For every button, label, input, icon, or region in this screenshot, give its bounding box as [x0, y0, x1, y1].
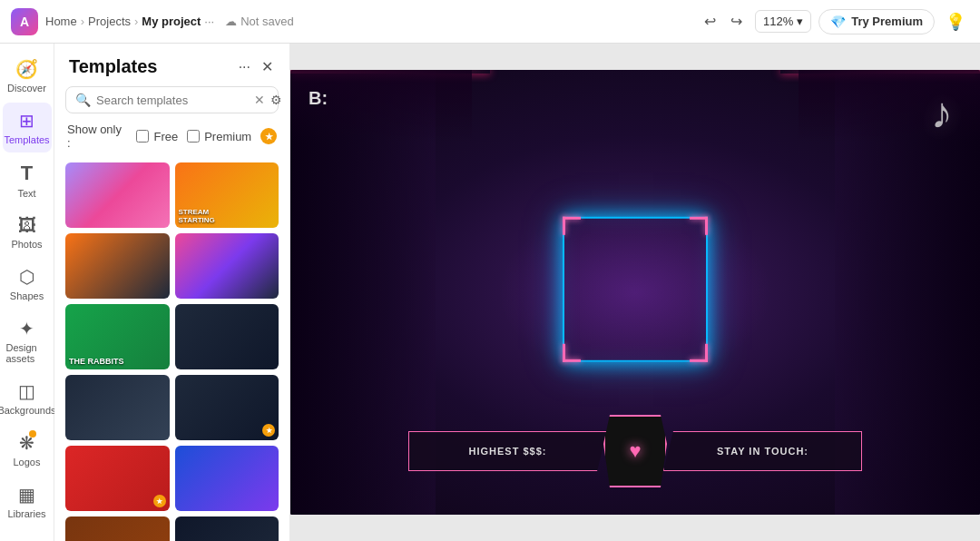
search-input[interactable]: Twitch Overlay — [96, 93, 249, 107]
sidebar-text-label: Text — [17, 188, 35, 199]
canvas-area: B: ♪ HIGHEST — [290, 44, 980, 541]
template-card[interactable]: CLAIRE BERGEN ★ — [65, 516, 170, 541]
show-only-label: Show only : — [67, 123, 127, 150]
try-premium-label: Try Premium — [851, 15, 923, 28]
sidebar-item-text[interactable]: T Text — [3, 154, 52, 206]
breadcrumb-current[interactable]: My project — [142, 15, 201, 28]
panel-close-button[interactable]: ✕ — [260, 56, 275, 77]
template-card[interactable]: ★ — [65, 446, 170, 511]
zoom-level-label: 112% — [763, 15, 793, 28]
filter-icon[interactable]: ⚙ — [270, 93, 282, 107]
sidebar-logos-label: Logos — [14, 457, 41, 467]
canvas-frame: B: ♪ HIGHEST — [290, 70, 980, 515]
template-card[interactable] — [175, 516, 279, 541]
heart-icon: ♥ — [629, 439, 641, 463]
template-card[interactable]: ★ — [175, 375, 279, 440]
sidebar-photos-label: Photos — [11, 239, 42, 250]
hud-right-text: STAY IN TOUCH: — [717, 446, 808, 457]
discover-icon: 🧭 — [15, 58, 38, 80]
search-icon: 🔍 — [75, 93, 91, 107]
template-card[interactable] — [175, 233, 279, 299]
cloud-icon: ☁ — [225, 15, 237, 28]
hud-center-panel: ♥ — [603, 415, 667, 487]
breadcrumb-projects[interactable]: Projects — [88, 15, 131, 28]
design-assets-icon: ✦ — [19, 318, 34, 339]
sidebar-backgrounds-label: Backgrounds — [0, 405, 56, 416]
undo-redo-group: ↩ ↪ — [699, 9, 748, 34]
corner-panel-top-right — [799, 70, 980, 143]
sidebar-item-shapes[interactable]: ⬡ Shapes — [3, 259, 52, 309]
main-area: 🧭 Discover ⊞ Templates T Text 🖼 Photos ⬡… — [0, 44, 980, 541]
hud-right-panel: STAY IN TOUCH: — [663, 431, 862, 471]
photos-icon: 🖼 — [18, 215, 36, 236]
sidebar-item-design-assets[interactable]: ✦ Design assets — [3, 310, 52, 371]
template-card[interactable] — [175, 304, 279, 369]
save-status-label: Not saved — [240, 15, 294, 28]
shapes-icon: ⬡ — [19, 266, 34, 288]
panel-title: Templates — [69, 56, 157, 77]
breadcrumb-more-button[interactable]: ··· — [204, 15, 214, 28]
redo-button[interactable]: ↪ — [725, 9, 748, 34]
sidebar-item-templates[interactable]: ⊞ Templates — [3, 103, 52, 152]
undo-button[interactable]: ↩ — [699, 9, 721, 34]
template-card[interactable] — [175, 446, 279, 511]
cloud-status: ☁ Not saved — [225, 15, 294, 28]
template-card[interactable] — [65, 375, 170, 440]
icon-sidebar: 🧭 Discover ⊞ Templates T Text 🖼 Photos ⬡… — [0, 44, 54, 541]
templates-icon: ⊞ — [19, 110, 34, 132]
sidebar-item-logos[interactable]: ❋ Logos — [3, 425, 52, 475]
template-grid: STREAMSTARTING THE RABBITS ★ ★ CLAIRE BE… — [54, 159, 289, 541]
template-card[interactable] — [65, 162, 170, 228]
breadcrumb-home[interactable]: Home — [45, 15, 77, 28]
top-bar: A Home › Projects › My project ··· ☁ Not… — [0, 0, 980, 44]
panel-header: Templates ··· ✕ — [54, 44, 289, 86]
try-premium-button[interactable]: 💎 Try Premium — [818, 9, 935, 34]
libraries-icon: ▦ — [18, 484, 35, 506]
backgrounds-icon: ◫ — [18, 380, 35, 402]
sidebar-libraries-label: Libraries — [7, 508, 45, 519]
search-clear-button[interactable]: ✕ — [254, 93, 265, 107]
hud-left-panel: HIGHEST $$$: — [408, 431, 607, 471]
panel-actions: ··· ✕ — [237, 56, 275, 77]
logos-badge — [29, 430, 36, 438]
templates-panel: Templates ··· ✕ 🔍 Twitch Overlay ✕ ⚙ Sho… — [54, 44, 290, 541]
lightbulb-button[interactable]: 💡 — [942, 8, 969, 35]
sidebar-item-libraries[interactable]: ▦ Libraries — [3, 477, 52, 526]
zoom-chevron-icon: ▾ — [797, 15, 803, 28]
music-note-icon: ♪ — [931, 88, 953, 138]
sidebar-shapes-label: Shapes — [10, 290, 44, 301]
premium-checkbox[interactable] — [187, 130, 200, 143]
premium-filter-label[interactable]: Premium — [187, 130, 251, 143]
free-filter-label[interactable]: Free — [136, 130, 178, 143]
gem-icon: 💎 — [830, 15, 846, 29]
sidebar-item-photos[interactable]: 🖼 Photos — [3, 208, 52, 257]
template-card[interactable]: STREAMSTARTING — [175, 162, 279, 228]
panel-more-button[interactable]: ··· — [237, 57, 252, 77]
app-logo[interactable]: A — [11, 8, 38, 35]
zoom-control[interactable]: 112% ▾ — [755, 10, 811, 33]
sidebar-item-discover[interactable]: 🧭 Discover — [3, 51, 52, 101]
breadcrumb: Home › Projects › My project ··· — [45, 15, 214, 28]
hud-left-text: HIGHEST $$$: — [469, 446, 547, 457]
template-card[interactable]: THE RABBITS — [65, 304, 170, 369]
hud-bar: HIGHEST $$$: ♥ STAY IN TOUCH: — [408, 424, 862, 478]
text-icon: T — [21, 162, 33, 185]
sidebar-item-backgrounds[interactable]: ◫ Backgrounds — [3, 373, 52, 423]
sidebar-templates-label: Templates — [4, 134, 49, 145]
sidebar-design-assets-label: Design assets — [6, 342, 48, 364]
premium-badge-icon: ★ — [260, 128, 277, 144]
template-card[interactable] — [65, 233, 170, 299]
canvas-label-b: B: — [309, 88, 328, 109]
search-bar: 🔍 Twitch Overlay ✕ ⚙ — [65, 86, 279, 113]
filter-row: Show only : Free Premium ★ — [54, 123, 289, 159]
neon-center-box — [563, 217, 708, 362]
sidebar-discover-label: Discover — [7, 83, 46, 93]
free-checkbox[interactable] — [136, 130, 149, 143]
